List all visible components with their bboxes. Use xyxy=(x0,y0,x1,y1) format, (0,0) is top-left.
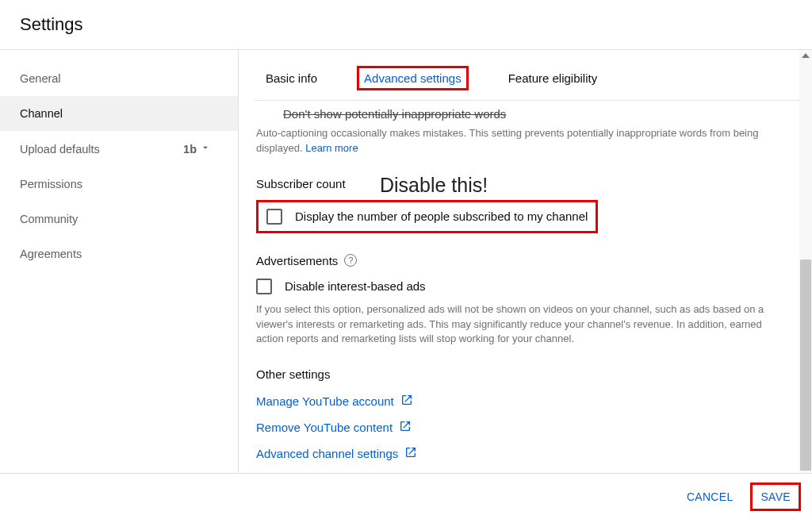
sidebar-item-community[interactable]: Community xyxy=(0,202,238,236)
scroll-up-icon[interactable] xyxy=(802,53,810,58)
page-title: Settings xyxy=(0,0,812,49)
disable-ads-label: Disable interest-based ads xyxy=(285,279,426,293)
tab-feature-eligibility[interactable]: Feature eligibility xyxy=(505,67,601,90)
link-text: Advanced channel settings xyxy=(256,447,398,460)
highlight-subscriber-checkbox: Display the number of people subscribed … xyxy=(256,200,598,233)
external-link-icon xyxy=(400,394,413,409)
sidebar-item-label: Upload defaults xyxy=(20,143,100,156)
advanced-channel-link[interactable]: Advanced channel settings xyxy=(256,446,779,461)
sidebar-item-label: Channel xyxy=(20,107,63,120)
scrollbar[interactable] xyxy=(799,50,812,473)
disable-ads-checkbox[interactable] xyxy=(256,279,272,294)
auto-caption-row: Don't show potentially inappropriate wor… xyxy=(256,106,779,126)
tabs-row: Basic info Advanced settings Feature eli… xyxy=(255,50,812,101)
manage-account-link[interactable]: Manage YouTube account xyxy=(256,394,779,409)
ads-helper: If you select this option, personalized … xyxy=(256,302,779,348)
subscriber-count-checkbox[interactable] xyxy=(266,209,282,225)
sidebar-item-agreements[interactable]: Agreements xyxy=(0,236,238,271)
link-text: Manage YouTube account xyxy=(256,394,394,408)
tab-basic-info[interactable]: Basic info xyxy=(262,67,320,90)
external-link-icon xyxy=(404,446,417,461)
external-link-icon xyxy=(399,420,412,435)
sidebar-item-label: Permissions xyxy=(20,178,82,190)
sidebar-item-permissions[interactable]: Permissions xyxy=(0,167,238,202)
extension-badge: 1b xyxy=(183,142,211,156)
sidebar-item-upload-defaults[interactable]: Upload defaults 1b xyxy=(0,131,238,167)
subscriber-checkbox-label: Display the number of people subscribed … xyxy=(295,210,588,223)
advertisements-heading: Advertisements ? xyxy=(256,254,779,267)
annotation-disable-this: Disable this! xyxy=(380,174,488,197)
remove-content-link[interactable]: Remove YouTube content xyxy=(256,420,779,435)
tab-advanced-settings[interactable]: Advanced settings xyxy=(357,66,469,90)
highlight-save-button: SAVE xyxy=(750,482,801,511)
other-settings-heading: Other settings xyxy=(256,367,779,381)
auto-caption-label: Don't show potentially inappropriate wor… xyxy=(283,107,506,121)
link-text: Remove YouTube content xyxy=(256,421,393,434)
heading-text: Advertisements xyxy=(256,254,338,267)
auto-caption-helper: Auto-captioning occasionally makes mista… xyxy=(256,126,779,156)
badge-text: 1b xyxy=(183,143,197,156)
learn-more-link[interactable]: Learn more xyxy=(305,142,358,154)
sidebar-item-general[interactable]: General xyxy=(0,61,238,96)
sidebar-item-label: Agreements xyxy=(20,248,82,260)
scroll-thumb[interactable] xyxy=(800,260,811,471)
footer-bar: CANCEL SAVE xyxy=(0,473,812,519)
main-panel: Basic info Advanced settings Feature eli… xyxy=(239,50,812,473)
help-icon[interactable]: ? xyxy=(344,254,357,267)
disable-ads-row: Disable interest-based ads xyxy=(256,279,779,294)
sidebar-item-label: Community xyxy=(20,213,78,225)
save-button[interactable]: SAVE xyxy=(760,490,791,503)
cancel-button[interactable]: CANCEL xyxy=(687,490,733,503)
subscriber-count-heading: Subscriber count xyxy=(256,177,779,190)
sidebar-item-label: General xyxy=(20,72,61,85)
settings-sidebar: General Channel Upload defaults 1b Permi… xyxy=(0,50,238,473)
chevron-down-icon xyxy=(200,142,211,156)
sidebar-item-channel[interactable]: Channel xyxy=(0,96,238,131)
auto-caption-checkbox[interactable] xyxy=(256,106,272,121)
